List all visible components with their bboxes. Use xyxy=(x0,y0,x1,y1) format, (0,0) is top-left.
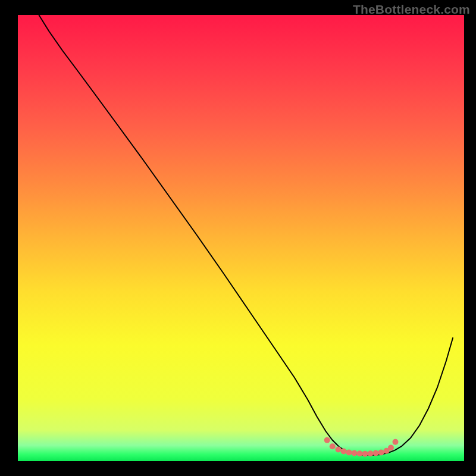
watermark-label: TheBottleneck.com xyxy=(353,2,470,17)
highlight-dot xyxy=(330,443,336,449)
highlight-dot xyxy=(357,450,363,456)
highlight-dot xyxy=(346,449,352,455)
highlight-dot xyxy=(336,447,342,453)
chart-canvas: TheBottleneck.com xyxy=(0,0,476,476)
highlight-dot xyxy=(362,451,368,457)
highlight-dot xyxy=(368,450,374,456)
highlight-dot xyxy=(373,450,379,456)
highlight-dot xyxy=(388,445,394,451)
highlight-dot xyxy=(378,449,384,455)
chart-svg xyxy=(0,0,476,476)
highlight-dot xyxy=(341,449,347,455)
highlight-dot xyxy=(393,439,399,445)
highlight-dot xyxy=(324,437,330,443)
highlight-dot xyxy=(352,450,358,456)
gradient-background xyxy=(18,15,464,461)
